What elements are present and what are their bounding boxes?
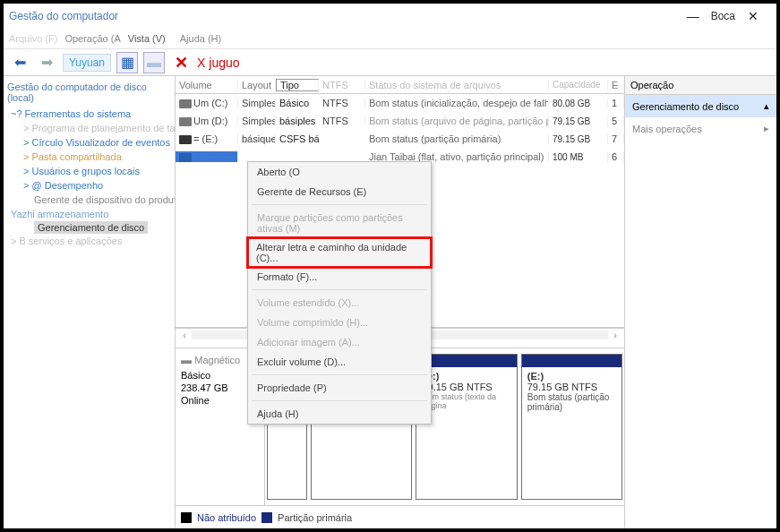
menu-view[interactable]: Vista (V) (128, 33, 166, 44)
toolbar-x-icon[interactable]: ✕ (170, 52, 192, 73)
tree-storage[interactable]: Yazhi armazenamento (7, 207, 171, 221)
menu-action[interactable]: Operação (A (64, 33, 120, 44)
ctx-explorer[interactable]: Gerente de Recursos (E) (248, 182, 431, 202)
tree-tools[interactable]: ~? Ferramentas do sistema (7, 107, 171, 121)
col-type[interactable]: Tipo (276, 79, 319, 91)
sidebar-right: Operação Gerenciamento de disco ▴ Mais o… (624, 76, 776, 528)
toolbar-juguo: X juguo (197, 56, 239, 70)
close-button[interactable]: ✕ (735, 6, 771, 26)
right-header: Operação (625, 76, 776, 95)
tree-diskmgmt[interactable]: Gerenciamento de disco (34, 221, 148, 234)
back-icon[interactable]: ⬅ (9, 52, 30, 73)
legend-primary-swatch (261, 512, 272, 523)
tree[interactable]: ~? Ferramentas do sistema > Programa de … (7, 107, 171, 248)
tree-sched[interactable]: > Programa de planejamento de tarefas (7, 121, 171, 135)
legend: Não atribuído Partição primária (176, 505, 624, 528)
col-volume[interactable]: Volume (176, 80, 238, 90)
collapse-icon[interactable]: ▴ (764, 100, 769, 112)
ctx-addmirror: Adicionar imagem (A)... (248, 332, 431, 352)
grid-row-c[interactable]: Um (C:) Simples Básico NTFS Bom status (… (176, 94, 624, 112)
ctx-open[interactable]: Aberto (O (248, 162, 431, 182)
col-cap[interactable]: Capacidade (549, 80, 608, 90)
ctx-help[interactable]: Ajuda (H) (248, 404, 431, 424)
menu-file[interactable]: Arquivo (F) (9, 33, 57, 44)
tree-perf[interactable]: > @ Desempenho (7, 178, 171, 193)
col-free[interactable]: E (608, 80, 624, 90)
grid-header[interactable]: Volume Layout Tipo NTFS Status do sistem… (176, 76, 624, 94)
toolbar-icon-2[interactable]: ▬ (143, 52, 165, 73)
ctx-format[interactable]: Formato (F)... (248, 267, 431, 287)
toolbar-yuyuan[interactable]: Yuyuan (63, 54, 111, 72)
col-sys[interactable]: NTFS (319, 80, 365, 90)
menu-help[interactable]: Ajuda (H) (180, 33, 221, 44)
ctx-delete[interactable]: Excluir volume (D)... (248, 352, 431, 372)
window-title: Gestão do computador (9, 10, 675, 22)
col-status[interactable]: Status do sistema de arquivos (365, 80, 549, 90)
legend-primary: Partição primária (278, 512, 352, 523)
left-header: Gestão do computador de disco (local) (7, 78, 171, 107)
forward-icon[interactable]: ➡ (36, 52, 57, 73)
right-diskmgmt[interactable]: Gerenciamento de disco ▴ (625, 95, 776, 117)
legend-unalloc: Não atribuído (197, 512, 256, 523)
menubar[interactable]: Arquivo (F) Operação (A Vista (V) Ajuda … (4, 29, 776, 48)
right-more[interactable]: Mais operações ▸ (625, 117, 776, 140)
tree-event[interactable]: > Círculo Visualizador de eventos (7, 135, 171, 150)
col-layout[interactable]: Layout (238, 80, 276, 90)
ctx-markactive: Marque partições como partições ativas (… (248, 208, 431, 238)
boca-label: Boca (711, 6, 735, 26)
tree-users[interactable]: > Usuários e grupos locais (7, 164, 171, 178)
sidebar-left: Gestão do computador de disco (local) ~?… (4, 76, 176, 528)
grid-row-d[interactable]: Um (D:) Simples básiples NTFS Bom status… (176, 112, 624, 130)
part-e[interactable]: (E:)79.15 GB NTFSBom status (partição pr… (521, 354, 622, 501)
app-window: Gestão do computador — Boca ✕ Arquivo (F… (4, 4, 776, 528)
ctx-compress: Volume comprimido (H)... (248, 313, 431, 332)
legend-unalloc-swatch (181, 512, 192, 523)
tree-services[interactable]: > B serviços e aplicações (7, 234, 171, 248)
titlebar: Gestão do computador — Boca ✕ (4, 4, 776, 29)
ctx-change-drive-letter[interactable]: Alterar letra e caminho da unidade (C)..… (246, 236, 433, 269)
toolbar-icon-1[interactable]: ▦ (116, 52, 138, 73)
minimize-button[interactable]: — (675, 6, 711, 26)
chevron-right-icon[interactable]: ▸ (764, 123, 769, 134)
grid-row-e[interactable]: = (E:) básiques CSFS básico Bom status (… (176, 130, 624, 148)
ctx-properties[interactable]: Propriedade (P) (248, 378, 431, 398)
tree-shared[interactable]: > Pasta compartilhada (7, 150, 171, 164)
context-menu[interactable]: Aberto (O Gerente de Recursos (E) Marque… (247, 161, 432, 425)
tree-devmgr[interactable]: Gerente de dispositivo do produto (7, 193, 171, 207)
scroll-right-icon[interactable]: › (608, 330, 622, 340)
scroll-left-icon[interactable]: ‹ (177, 330, 192, 340)
toolbar: ⬅ ➡ Yuyuan ▦ ▬ ✕ X juguo (4, 48, 776, 75)
ctx-extend: Volume estendido (X)... (248, 293, 431, 313)
